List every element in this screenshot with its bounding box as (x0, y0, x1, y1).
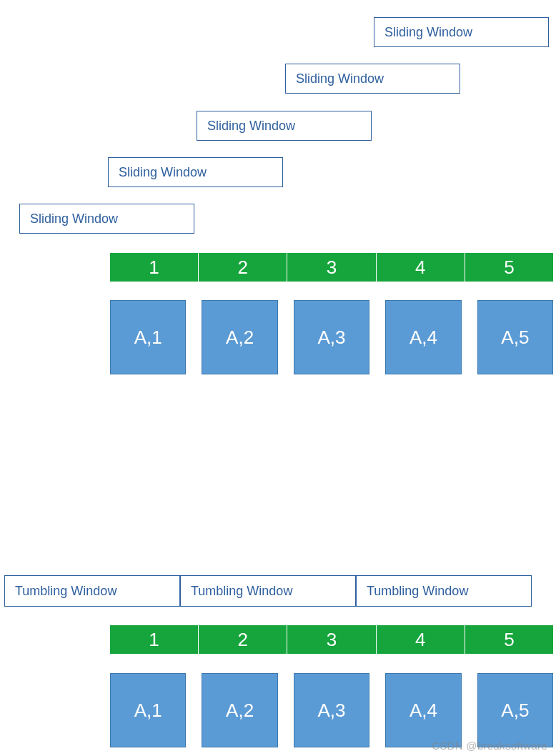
timeline-cell: 1 (110, 253, 199, 282)
sliding-window-label: Sliding Window (119, 165, 207, 180)
timeline-cell: 4 (377, 253, 465, 282)
data-cell: A,4 (385, 673, 461, 747)
data-value: A,2 (226, 700, 254, 722)
data-value: A,3 (318, 700, 346, 722)
data-value: A,2 (226, 327, 254, 349)
data-row-lower: A,1 A,2 A,3 A,4 A,5 (110, 673, 553, 747)
watermark-text: CSDN @breaksoftware (432, 740, 547, 752)
data-value: A,5 (501, 700, 529, 722)
timeline-cell: 2 (199, 625, 287, 654)
timeline-value: 1 (149, 257, 159, 279)
data-value: A,3 (318, 327, 346, 349)
data-cell: A,1 (110, 300, 186, 374)
sliding-window-box-4: Sliding Window (285, 64, 460, 94)
data-cell: A,3 (294, 673, 369, 747)
data-value: A,4 (409, 700, 437, 722)
sliding-window-label: Sliding Window (207, 119, 295, 134)
sliding-window-box-5: Sliding Window (374, 17, 549, 47)
tumbling-window-label: Tumbling Window (15, 584, 116, 599)
timeline-row-upper: 1 2 3 4 5 (110, 253, 553, 282)
tumbling-window-box-1: Tumbling Window (4, 575, 180, 607)
timeline-value: 5 (504, 629, 514, 651)
data-cell: A,2 (202, 300, 277, 374)
tumbling-window-box-3: Tumbling Window (356, 575, 532, 607)
tumbling-window-label: Tumbling Window (191, 584, 292, 599)
timeline-row-lower: 1 2 3 4 5 (110, 625, 553, 654)
timeline-value: 3 (327, 257, 337, 279)
data-cell: A,5 (477, 300, 553, 374)
sliding-window-box-3: Sliding Window (197, 111, 372, 141)
timeline-cell: 2 (199, 253, 287, 282)
data-cell: A,2 (202, 673, 277, 747)
timeline-value: 3 (327, 629, 337, 651)
data-cell: A,5 (477, 673, 553, 747)
timeline-value: 4 (415, 629, 425, 651)
data-value: A,1 (134, 700, 162, 722)
sliding-window-box-1: Sliding Window (19, 204, 194, 234)
sliding-window-label: Sliding Window (30, 212, 118, 227)
data-value: A,1 (134, 327, 162, 349)
tumbling-window-box-2: Tumbling Window (180, 575, 356, 607)
timeline-value: 4 (415, 257, 425, 279)
tumbling-window-label: Tumbling Window (367, 584, 468, 599)
data-value: A,5 (501, 327, 529, 349)
data-cell: A,4 (385, 300, 461, 374)
data-cell: A,3 (294, 300, 369, 374)
timeline-value: 1 (149, 629, 159, 651)
sliding-window-label: Sliding Window (384, 25, 472, 40)
timeline-cell: 5 (465, 625, 553, 654)
timeline-value: 2 (238, 629, 248, 651)
sliding-window-label: Sliding Window (296, 71, 384, 86)
watermark: CSDN @breaksoftware (432, 740, 547, 752)
timeline-value: 5 (504, 257, 514, 279)
timeline-cell: 4 (377, 625, 465, 654)
timeline-value: 2 (238, 257, 248, 279)
timeline-cell: 3 (287, 625, 376, 654)
data-row-upper: A,1 A,2 A,3 A,4 A,5 (110, 300, 553, 374)
sliding-window-box-2: Sliding Window (108, 157, 283, 187)
timeline-cell: 1 (110, 625, 199, 654)
timeline-cell: 5 (465, 253, 553, 282)
data-value: A,4 (409, 327, 437, 349)
data-cell: A,1 (110, 673, 186, 747)
timeline-cell: 3 (287, 253, 376, 282)
